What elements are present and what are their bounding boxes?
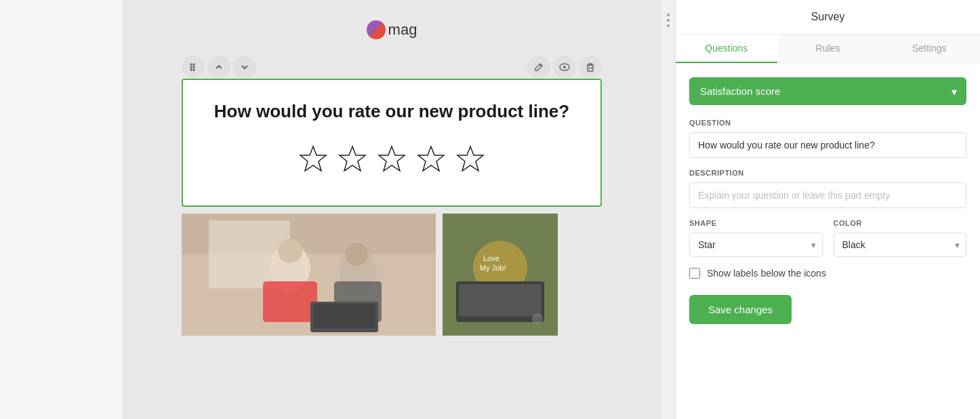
question-text: How would you rate our new product line? [214,100,569,123]
save-changes-button[interactable]: Save changes [689,295,792,324]
question-type-select[interactable]: Satisfaction score Multiple choice Text … [689,77,966,105]
svg-point-5 [193,69,195,71]
star-5[interactable] [455,144,485,178]
color-select[interactable]: Black Yellow Red Blue Green [834,233,967,257]
right-panel: Survey Questions Rules Settings Satisfac… [675,0,980,419]
color-select-wrapper: Black Yellow Red Blue Green [834,233,967,257]
svg-point-4 [193,66,195,68]
toolbar-right [527,56,602,79]
svg-text:Love: Love [483,254,499,262]
move-up-button[interactable] [207,56,230,79]
vertical-dots-divider [661,0,675,419]
color-label: COLOR [834,219,967,227]
tab-questions[interactable]: Questions [676,35,777,63]
question-type-wrapper: Satisfaction score Multiple choice Text … [689,77,966,105]
panel-tabs: Questions Rules Settings [676,35,980,64]
show-labels-label: Show labels below the icons [707,268,826,279]
svg-marker-13 [379,146,405,171]
svg-rect-21 [263,281,317,322]
star-2[interactable] [338,144,367,178]
logo-area: mag [367,20,417,39]
move-down-button[interactable] [233,56,256,79]
svg-point-33 [532,313,543,324]
logo-text: mag [388,21,417,39]
panel-title: Survey [811,11,845,22]
svg-marker-11 [300,146,326,171]
canvas-area: mag [122,0,661,419]
svg-point-3 [193,64,195,65]
svg-point-23 [345,243,368,266]
block-toolbar [182,56,602,79]
description-input[interactable] [689,182,966,208]
tab-rules[interactable]: Rules [777,35,879,63]
star-4[interactable] [416,144,446,178]
move-button[interactable] [182,56,205,79]
svg-rect-32 [459,284,542,317]
shape-color-row: SHAPE Star Heart Circle Thumb COLOR Blac… [689,219,966,257]
color-column: COLOR Black Yellow Red Blue Green [834,219,967,257]
toolbar-left [182,56,256,79]
svg-marker-15 [457,146,483,171]
logo-icon [367,20,386,39]
star-3[interactable] [377,144,407,178]
tab-settings[interactable]: Settings [878,35,980,63]
svg-text:My Job!: My Job! [480,264,506,272]
question-input[interactable] [689,132,966,158]
svg-rect-8 [588,65,593,71]
svg-point-7 [563,66,566,68]
description-field-label: DESCRIPTION [689,169,966,177]
left-sidebar [0,0,122,419]
stars-row [298,144,485,178]
shape-column: SHAPE Star Heart Circle Thumb [689,219,823,257]
edit-button[interactable] [527,56,550,79]
svg-rect-26 [314,304,375,328]
show-labels-checkbox[interactable] [689,268,700,279]
preview-button[interactable] [553,56,576,79]
shape-label: SHAPE [689,219,823,227]
image-large [182,214,436,336]
svg-point-2 [190,69,192,71]
svg-point-20 [278,239,302,263]
shape-select[interactable]: Star Heart Circle Thumb [689,233,823,257]
delete-button[interactable] [579,56,602,79]
svg-marker-14 [418,146,444,171]
image-small-1: Love My Job! [443,214,558,336]
question-field-label: QUESTION [689,119,966,127]
show-labels-row: Show labels below the icons [689,268,966,279]
images-row: Love My Job! [182,214,602,336]
svg-point-0 [190,64,192,65]
svg-marker-12 [340,146,365,171]
panel-header: Survey [676,0,980,35]
question-block: How would you rate our new product line? [182,79,602,207]
star-1[interactable] [298,144,328,178]
panel-content: Satisfaction score Multiple choice Text … [676,64,980,419]
shape-select-wrapper: Star Heart Circle Thumb [689,233,823,257]
svg-point-1 [190,66,192,68]
